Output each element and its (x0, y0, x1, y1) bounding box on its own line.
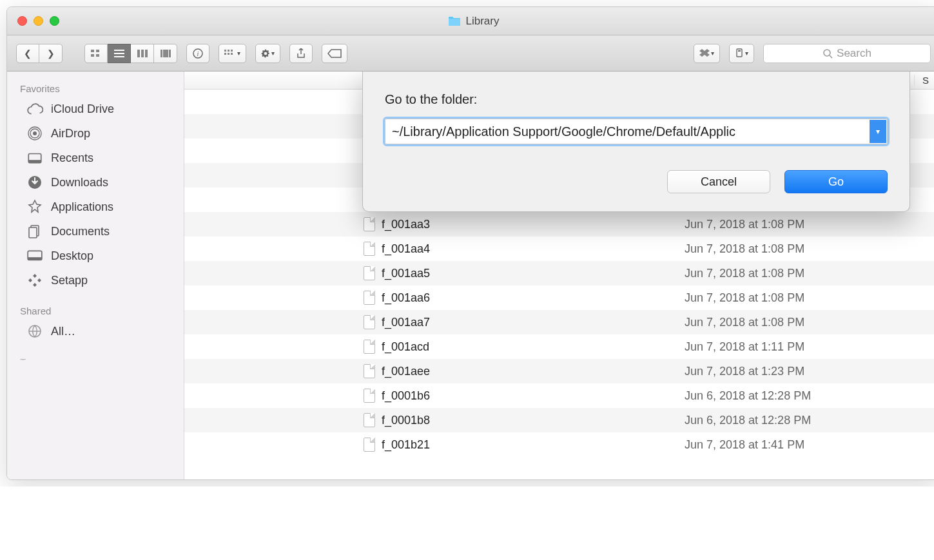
file-date-modified: Jun 7, 2018 at 1:08 PM (676, 291, 914, 305)
svg-point-26 (33, 131, 37, 135)
view-gallery-button[interactable] (154, 44, 177, 63)
documents-icon (26, 224, 43, 239)
sidebar-section-shared: Shared (7, 302, 184, 319)
svg-line-25 (830, 55, 832, 58)
tags-button[interactable] (322, 44, 347, 63)
search-input[interactable]: Search (763, 44, 931, 63)
sidebar-item-icloud[interactable]: iCloud Drive (7, 97, 184, 121)
search-icon (822, 48, 833, 59)
titlebar: Library (7, 7, 934, 35)
toolbar: ❮ ❯ i ▾ ▾ (7, 35, 934, 72)
forward-button[interactable]: ❯ (39, 44, 63, 63)
table-row[interactable]: f_001aa6Jun 7, 2018 at 1:08 PM (184, 285, 934, 310)
setapp-icon (26, 273, 43, 288)
sidebar-item-setapp[interactable]: Setapp (7, 268, 184, 293)
action-button[interactable]: ▾ (255, 44, 280, 63)
sidebar-item-label: Desktop (51, 249, 93, 263)
desktop-icon (26, 248, 43, 264)
sidebar-item-label: Documents (51, 225, 110, 238)
view-list-button[interactable] (108, 44, 131, 63)
search-placeholder: Search (837, 47, 871, 60)
chevron-down-icon: ▾ (237, 50, 240, 57)
file-date-modified: Jun 7, 2018 at 1:08 PM (676, 218, 914, 231)
file-icon (364, 315, 375, 329)
folder-path-input[interactable] (385, 119, 888, 144)
arrange-button[interactable]: ▾ (219, 44, 246, 63)
svg-rect-5 (114, 50, 124, 51)
file-icon (364, 438, 375, 452)
svg-rect-8 (137, 50, 140, 57)
view-icons-button[interactable] (84, 44, 108, 63)
finder-window: Library ❮ ❯ i ▾ (6, 6, 934, 480)
file-name: f_001aa7 (382, 316, 430, 329)
svg-rect-17 (228, 50, 229, 52)
table-row[interactable]: f_001aa3Jun 7, 2018 at 1:08 PM (184, 212, 934, 237)
file-icon (364, 364, 375, 378)
file-icon (364, 413, 375, 427)
sidebar-item-desktop[interactable]: Desktop (7, 244, 184, 268)
sidebar-item-airdrop[interactable]: AirDrop (7, 121, 184, 146)
svg-rect-18 (231, 50, 233, 52)
go-to-folder-dialog: Go to the folder: ▾ Cancel Go (362, 72, 910, 212)
file-name: f_001acd (382, 340, 429, 354)
sidebar-item-recents[interactable]: Recents (7, 146, 184, 170)
sidebar-item-applications[interactable]: Applications (7, 195, 184, 219)
info-button[interactable]: i (186, 44, 209, 63)
table-row[interactable]: f_0001b6Jun 6, 2018 at 12:28 PM (184, 383, 934, 408)
share-button[interactable] (289, 44, 313, 63)
file-icon (364, 217, 375, 231)
svg-rect-9 (141, 50, 144, 57)
file-date-modified: Jun 7, 2018 at 1:23 PM (676, 365, 914, 378)
file-date-modified: Jun 7, 2018 at 1:08 PM (676, 316, 914, 329)
table-row[interactable]: f_0001b8Jun 6, 2018 at 12:28 PM (184, 408, 934, 432)
table-row[interactable]: f_001aa4Jun 7, 2018 at 1:08 PM (184, 237, 934, 261)
file-icon (364, 242, 375, 256)
path-history-dropdown[interactable]: ▾ (870, 120, 886, 143)
go-button[interactable]: Go (784, 170, 888, 193)
file-icon (364, 291, 375, 305)
file-date-modified: Jun 7, 2018 at 1:41 PM (676, 438, 914, 452)
applications-icon (26, 199, 43, 215)
dropbox-button[interactable]: ▾ (694, 44, 720, 63)
quicklook-button[interactable]: ▾ (729, 44, 754, 63)
view-columns-button[interactable] (131, 44, 154, 63)
svg-rect-7 (114, 56, 124, 57)
column-size[interactable]: S (914, 75, 934, 86)
svg-rect-30 (28, 160, 41, 162)
sidebar-item-label: Setapp (51, 274, 88, 287)
file-name: f_001aee (382, 365, 430, 378)
back-button[interactable]: ❮ (16, 44, 39, 63)
sidebar-item-label: All… (51, 325, 75, 338)
sidebar-item-all[interactable]: All… (7, 319, 184, 343)
window-title-text: Library (466, 15, 500, 28)
cancel-button[interactable]: Cancel (667, 170, 770, 193)
svg-rect-2 (96, 50, 99, 52)
table-row[interactable]: f_001aa5Jun 7, 2018 at 1:08 PM (184, 261, 934, 285)
svg-rect-12 (163, 50, 168, 57)
file-name: f_001aa5 (382, 267, 430, 280)
svg-rect-23 (738, 50, 741, 52)
dialog-title: Go to the folder: (385, 92, 888, 107)
table-row[interactable]: f_001aeeJun 7, 2018 at 1:23 PM (184, 359, 934, 383)
chevron-down-icon: ▾ (271, 50, 275, 57)
sidebar-item-downloads[interactable]: Downloads (7, 170, 184, 195)
close-window-button[interactable] (17, 16, 27, 26)
file-name: f_001aa3 (382, 218, 430, 231)
file-date-modified: Jun 7, 2018 at 1:11 PM (676, 340, 914, 354)
sidebar-item-label: Downloads (51, 176, 108, 189)
file-name: f_001aa4 (382, 242, 430, 256)
chevron-down-icon: ▾ (711, 50, 714, 57)
zoom-window-button[interactable] (50, 16, 59, 26)
sidebar-item-documents[interactable]: Documents (7, 219, 184, 244)
svg-rect-13 (169, 50, 171, 57)
minimize-window-button[interactable] (34, 16, 43, 26)
table-row[interactable]: f_001acdJun 7, 2018 at 1:11 PM (184, 334, 934, 359)
table-row[interactable]: f_001b21Jun 7, 2018 at 1:41 PM (184, 432, 934, 457)
window-title: Library (448, 15, 500, 28)
table-row[interactable]: f_001aa7Jun 7, 2018 at 1:08 PM (184, 310, 934, 334)
file-name: f_001aa6 (382, 291, 430, 305)
file-date-modified: Jun 6, 2018 at 12:28 PM (676, 389, 914, 403)
svg-rect-6 (114, 53, 124, 54)
sidebar-section-favorites: Favorites (7, 79, 184, 97)
file-listing: ified S 18 at 9:12 AM18 at 9:12 AM18 at … (184, 72, 934, 479)
